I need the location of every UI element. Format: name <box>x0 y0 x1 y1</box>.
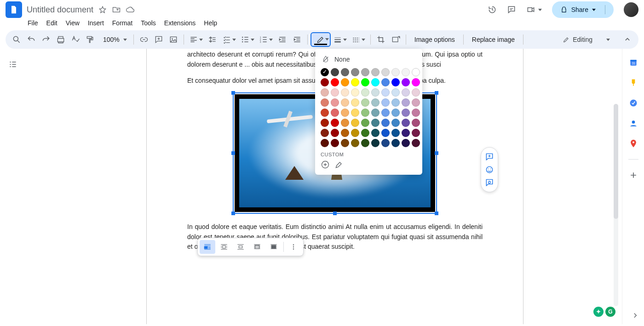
history-icon[interactable] <box>488 5 497 14</box>
numbered-list-button[interactable]: 123 <box>258 33 274 46</box>
eyedropper-button[interactable] <box>334 160 344 169</box>
outline-toggle[interactable] <box>6 58 19 71</box>
color-swatch[interactable] <box>361 139 369 147</box>
color-swatch[interactable] <box>402 139 410 147</box>
checklist-button[interactable] <box>221 33 237 46</box>
color-none-option[interactable]: None <box>321 53 417 68</box>
menu-file[interactable]: File <box>28 19 38 27</box>
menu-help[interactable]: Help <box>204 19 217 27</box>
color-swatch[interactable] <box>351 129 359 137</box>
border-weight-button[interactable] <box>332 33 348 46</box>
color-swatch[interactable] <box>371 68 380 76</box>
bulleted-list-button[interactable] <box>239 33 256 46</box>
color-swatch[interactable] <box>341 98 349 107</box>
color-swatch[interactable] <box>371 129 380 137</box>
color-swatch[interactable] <box>331 98 339 107</box>
resize-handle[interactable] <box>333 212 337 215</box>
share-button[interactable]: Share <box>552 1 614 18</box>
color-swatch[interactable] <box>391 98 400 107</box>
color-swatch[interactable] <box>331 119 339 127</box>
color-swatch[interactable] <box>341 119 349 127</box>
crop-button[interactable] <box>374 33 387 46</box>
color-swatch[interactable] <box>351 88 359 97</box>
color-swatch[interactable] <box>351 78 359 86</box>
color-swatch[interactable] <box>402 129 410 137</box>
zoom-select[interactable]: 100% <box>98 36 130 43</box>
color-swatch[interactable] <box>412 98 420 107</box>
color-swatch[interactable] <box>371 139 380 147</box>
color-swatch[interactable] <box>371 88 380 97</box>
color-swatch[interactable] <box>341 139 349 147</box>
border-dash-button[interactable] <box>350 33 367 46</box>
color-swatch[interactable] <box>381 109 390 117</box>
color-swatch[interactable] <box>341 129 349 137</box>
color-swatch[interactable] <box>351 68 359 76</box>
color-swatch[interactable] <box>361 129 369 137</box>
insert-image-button[interactable] <box>167 33 180 46</box>
meet-button[interactable] <box>526 5 542 14</box>
maps-icon[interactable] <box>629 139 638 148</box>
color-swatch[interactable] <box>402 98 410 107</box>
mode-switcher[interactable]: Editing <box>558 34 615 45</box>
align-button[interactable] <box>188 33 204 46</box>
docs-logo[interactable] <box>6 1 22 18</box>
color-swatch[interactable] <box>361 78 369 86</box>
emoji-icon[interactable] <box>485 165 494 174</box>
scrollbar-thumb[interactable] <box>614 104 618 219</box>
color-swatch[interactable] <box>331 78 339 86</box>
resize-handle[interactable] <box>435 151 438 155</box>
color-swatch[interactable] <box>321 98 329 107</box>
add-custom-color-button[interactable] <box>321 160 330 169</box>
indent-increase-button[interactable] <box>291 33 304 46</box>
color-swatch[interactable] <box>402 119 410 127</box>
menu-edit[interactable]: Edit <box>46 19 58 27</box>
wrap-behind-button[interactable] <box>249 240 265 254</box>
image-options-button[interactable]: Image options <box>410 36 460 43</box>
color-swatch[interactable] <box>331 129 339 137</box>
print-button[interactable] <box>54 33 67 46</box>
color-swatch[interactable] <box>351 98 359 107</box>
collapse-toolbar-button[interactable] <box>621 33 634 46</box>
wrap-text-button[interactable] <box>216 240 232 254</box>
resize-handle[interactable] <box>231 151 235 155</box>
undo-button[interactable] <box>25 33 38 46</box>
menu-extensions[interactable]: Extensions <box>164 19 196 27</box>
color-swatch[interactable] <box>331 139 339 147</box>
color-swatch[interactable] <box>331 109 339 117</box>
color-swatch[interactable] <box>351 109 359 117</box>
tasks-icon[interactable] <box>629 98 638 108</box>
contacts-icon[interactable] <box>629 119 638 128</box>
color-swatch[interactable] <box>361 119 369 127</box>
cloud-status-icon[interactable] <box>126 5 135 14</box>
color-swatch[interactable] <box>321 139 329 147</box>
color-swatch[interactable] <box>391 129 400 137</box>
resize-handle[interactable] <box>435 212 438 215</box>
redo-button[interactable] <box>40 33 52 46</box>
star-icon[interactable] <box>98 5 107 14</box>
color-swatch[interactable] <box>391 68 400 76</box>
color-swatch[interactable] <box>321 109 329 117</box>
color-swatch[interactable] <box>351 119 359 127</box>
menu-format[interactable]: Format <box>112 19 132 27</box>
color-swatch[interactable] <box>402 68 410 76</box>
color-swatch[interactable] <box>412 109 420 117</box>
border-color-button[interactable] <box>311 33 330 46</box>
color-swatch[interactable] <box>381 68 390 76</box>
paint-format-button[interactable] <box>84 33 97 46</box>
account-avatar[interactable] <box>624 2 638 17</box>
color-swatch[interactable] <box>412 78 420 86</box>
color-swatch[interactable] <box>361 109 369 117</box>
color-swatch[interactable] <box>371 98 380 107</box>
color-swatch[interactable] <box>321 78 329 86</box>
color-swatch[interactable] <box>391 78 400 86</box>
menu-insert[interactable]: Insert <box>88 19 104 27</box>
indent-decrease-button[interactable] <box>276 33 289 46</box>
color-swatch[interactable] <box>402 109 410 117</box>
color-swatch[interactable] <box>402 88 410 97</box>
color-swatch[interactable] <box>321 129 329 137</box>
add-comment-button[interactable] <box>152 33 165 46</box>
color-swatch[interactable] <box>331 68 339 76</box>
color-swatch[interactable] <box>412 68 420 76</box>
menu-view[interactable]: View <box>66 19 80 27</box>
color-swatch[interactable] <box>381 98 390 107</box>
